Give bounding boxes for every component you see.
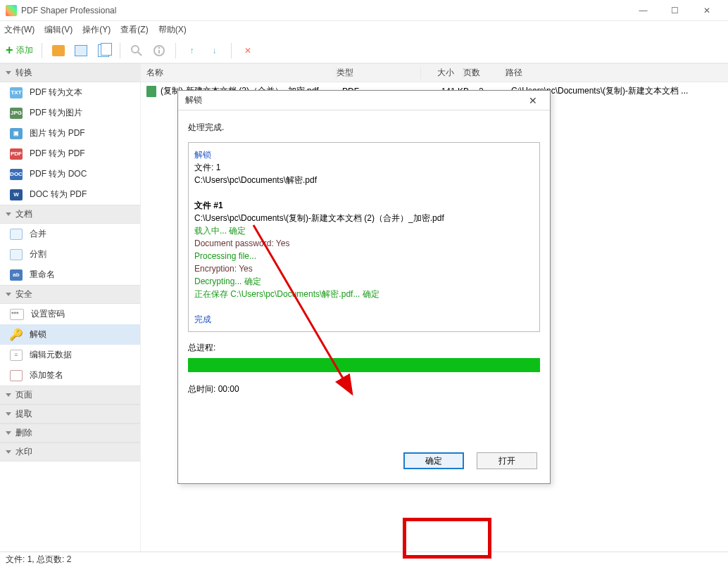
jpg-icon: JPG [10, 108, 23, 119]
log-line: C:\Users\pc\Documents\解密.pdf [194, 174, 534, 186]
col-type[interactable]: 类型 [337, 67, 421, 79]
arrow-up-icon: ↑ [190, 46, 194, 56]
separator [231, 43, 232, 58]
window-title: PDF Shaper Professional [21, 6, 627, 15]
sidebar-group-page[interactable]: 页面 [0, 386, 140, 404]
sidebar-group-delete[interactable]: 删除 [0, 423, 140, 442]
toolbar: + 添加 ↑ ↓ ✕ [0, 38, 728, 63]
col-path[interactable]: 路径 [506, 67, 722, 79]
sidebar-item-image-to-pdf[interactable]: ▣图片 转为 PDF [0, 123, 140, 144]
status-text: 文件: 1, 总页数: 2 [6, 554, 71, 566]
move-down-button[interactable]: ↓ [207, 43, 222, 58]
maximize-button[interactable]: ☐ [659, 1, 691, 20]
remove-button[interactable]: ✕ [240, 43, 256, 58]
log-line: 载入中... 确定 [194, 224, 534, 237]
log-line: C:\Users\pc\Documents\(复制)-新建文本文档 (2)（合并… [194, 212, 534, 224]
sidebar-item-pdf-to-image[interactable]: JPGPDF 转为图片 [0, 103, 140, 123]
x-icon: ✕ [244, 46, 251, 56]
title-bar: PDF Shaper Professional — ☐ ✕ [0, 0, 728, 21]
signature-icon: ✎ [10, 370, 23, 381]
merge-icon [10, 229, 23, 240]
image-icon [75, 45, 87, 56]
pdf-icon: PDF [10, 148, 23, 160]
separator [120, 43, 120, 58]
menu-action[interactable]: 操作(Y) [82, 24, 111, 36]
svg-line-1 [138, 52, 142, 56]
svg-point-4 [158, 47, 160, 49]
move-up-button[interactable]: ↑ [184, 43, 200, 58]
sidebar-group-extract[interactable]: 提取 [0, 404, 140, 423]
column-header: 名称 类型 大小 页数 路径 [141, 63, 728, 82]
progress-bar [188, 358, 540, 372]
word-icon: W [10, 189, 23, 200]
menu-edit[interactable]: 编辑(V) [44, 24, 73, 36]
svg-point-0 [132, 46, 139, 53]
unlock-dialog: 解锁 ✕ 处理完成. 解锁 文件: 1 C:\Users\pc\Document… [177, 90, 551, 484]
log-line: 文件: 1 [194, 161, 534, 174]
sidebar-group-security[interactable]: 安全 [0, 285, 140, 304]
col-pages[interactable]: 页数 [463, 67, 506, 79]
sidebar-item-merge[interactable]: 合并 [0, 224, 140, 244]
log-line: Processing file... [194, 250, 534, 262]
menu-view[interactable]: 查看(Z) [120, 24, 148, 36]
txt-icon: TXT [10, 87, 23, 98]
log-line: 文件 #1 [194, 199, 534, 212]
sidebar: 转换 TXTPDF 转为文本 JPGPDF 转为图片 ▣图片 转为 PDF PD… [0, 63, 141, 552]
sidebar-item-unlock[interactable]: 🔑解锁 [0, 324, 140, 345]
sidebar-group-document[interactable]: 文档 [0, 205, 140, 224]
ok-button[interactable]: 确定 [403, 452, 464, 469]
open-button[interactable]: 打开 [477, 452, 537, 469]
password-icon [10, 309, 24, 320]
image-button[interactable] [73, 43, 89, 58]
search-button[interactable] [129, 43, 144, 58]
image-file-icon: ▣ [10, 128, 23, 139]
sidebar-item-signature[interactable]: ✎添加签名 [0, 365, 140, 386]
add-label: 添加 [16, 44, 33, 56]
doc-icon: DOC [10, 169, 23, 180]
copy-button[interactable] [96, 43, 111, 58]
progress-label: 总进程: [188, 342, 540, 354]
log-line: Encryption: Yes [194, 262, 534, 275]
status-bar: 文件: 1, 总页数: 2 [0, 552, 728, 567]
sidebar-item-pdf-to-doc[interactable]: DOCPDF 转为 DOC [0, 164, 140, 184]
dialog-title: 解锁 [185, 94, 523, 106]
col-size[interactable]: 大小 [421, 67, 463, 79]
sidebar-group-convert[interactable]: 转换 [0, 63, 140, 82]
separator [42, 43, 42, 58]
copy-icon [98, 44, 109, 57]
log-line: 正在保存 C:\Users\pc\Documents\解密.pdf... 确定 [194, 288, 534, 300]
search-icon [130, 44, 143, 57]
sidebar-item-pdf-to-text[interactable]: TXTPDF 转为文本 [0, 82, 140, 103]
menu-bar: 文件(W) 编辑(V) 操作(Y) 查看(Z) 帮助(X) [0, 21, 728, 38]
log-line: 解锁 [194, 148, 534, 161]
minimize-button[interactable]: — [627, 1, 659, 20]
close-button[interactable]: ✕ [691, 1, 722, 20]
sidebar-item-rename[interactable]: ab重命名 [0, 265, 140, 285]
col-name[interactable]: 名称 [146, 67, 337, 79]
menu-help[interactable]: 帮助(X) [158, 24, 187, 36]
app-icon [6, 5, 17, 16]
rename-icon: ab [10, 269, 23, 281]
sidebar-item-split[interactable]: 分割 [0, 244, 140, 265]
info-icon [153, 44, 165, 57]
log-box[interactable]: 解锁 文件: 1 C:\Users\pc\Documents\解密.pdf 文件… [188, 142, 540, 332]
time-label: 总时间: 00:00 [188, 383, 540, 395]
add-button[interactable]: + 添加 [6, 43, 33, 58]
sidebar-item-doc-to-pdf[interactable]: WDOC 转为 PDF [0, 184, 140, 205]
metadata-icon: ≡ [10, 350, 23, 361]
folder-button[interactable] [51, 43, 66, 58]
log-line: Document password: Yes [194, 237, 534, 250]
sidebar-group-watermark[interactable]: 水印 [0, 442, 140, 461]
split-icon [10, 249, 23, 260]
log-line: 完成 [194, 313, 534, 326]
sidebar-item-metadata[interactable]: ≡编辑元数据 [0, 345, 140, 365]
sidebar-item-pdf-to-pdf[interactable]: PDFPDF 转为 PDF [0, 144, 140, 164]
info-button[interactable] [151, 43, 167, 58]
sidebar-item-set-password[interactable]: 设置密码 [0, 304, 140, 324]
dialog-close-button[interactable]: ✕ [523, 95, 543, 106]
menu-file[interactable]: 文件(W) [4, 24, 34, 36]
arrow-down-icon: ↓ [213, 46, 217, 56]
key-icon: 🔑 [10, 329, 23, 340]
log-line: Decrypting... 确定 [194, 275, 534, 288]
done-label: 处理完成. [188, 122, 540, 134]
